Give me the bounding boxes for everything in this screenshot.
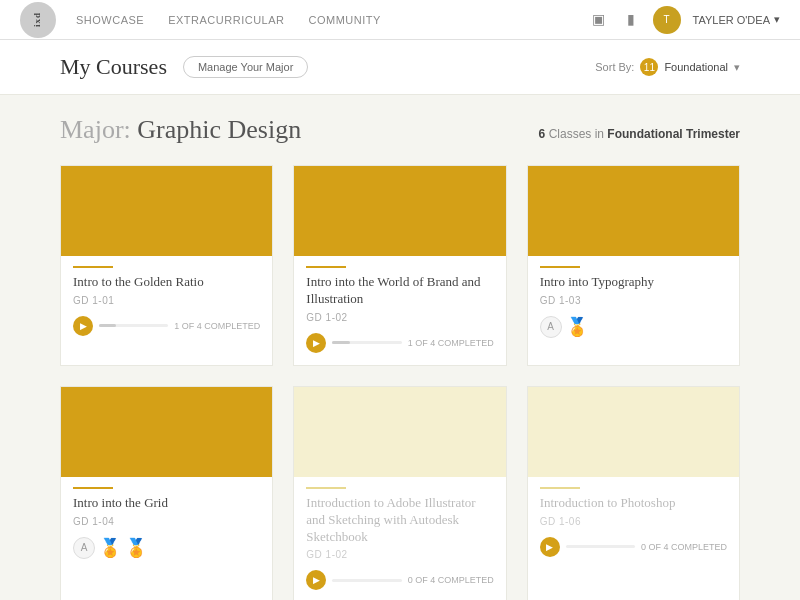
progress-icon: ▶ <box>73 316 93 336</box>
course-card[interactable]: Intro into TypographyGD 1-03A🏅 <box>527 165 740 366</box>
sort-chevron-icon: ▾ <box>734 61 740 74</box>
grade-badge: A <box>73 537 95 559</box>
progress-icon: ▶ <box>306 333 326 353</box>
course-code: GD 1-02 <box>306 549 493 560</box>
main-content: Major: Graphic Design 6 Classes in Found… <box>0 95 800 600</box>
logo-text: ixd <box>33 12 42 27</box>
grade-badge: A <box>540 316 562 338</box>
course-name: Intro into the Grid <box>73 495 260 512</box>
course-divider <box>73 487 113 489</box>
course-thumbnail <box>61 166 272 256</box>
nav-links: SHOWCASE EXTRACURRICULAR COMMUNITY <box>76 14 381 26</box>
progress-bar <box>99 324 168 327</box>
course-name: Intro into Typography <box>540 274 727 291</box>
sort-label: Sort By: <box>595 61 634 73</box>
course-divider <box>73 266 113 268</box>
course-code: GD 1-02 <box>306 312 493 323</box>
course-name: Introduction to Photoshop <box>540 495 727 512</box>
page-header: My Courses Manage Your Major Sort By: 11… <box>0 40 800 95</box>
course-grid: Intro to the Golden RatioGD 1-01▶1 OF 4 … <box>60 165 740 600</box>
badge-row: A🏅 <box>540 316 727 338</box>
course-name: Introduction to Adobe Illustrator and Sk… <box>306 495 493 546</box>
trimester-label: Foundational Trimester <box>607 127 740 141</box>
progress-text: 0 OF 4 COMPLETED <box>408 575 494 585</box>
course-footer: ▶0 OF 4 COMPLETED <box>306 570 493 590</box>
course-code: GD 1-04 <box>73 516 260 527</box>
course-code: GD 1-03 <box>540 295 727 306</box>
classes-info: 6 Classes in Foundational Trimester <box>539 127 740 141</box>
classes-in-label: Classes in <box>549 127 608 141</box>
course-name: Intro into the World of Brand and Illust… <box>306 274 493 308</box>
nav-extracurricular[interactable]: EXTRACURRICULAR <box>168 14 284 26</box>
major-header: Major: Graphic Design 6 Classes in Found… <box>60 115 740 145</box>
progress-text: 1 OF 4 COMPLETED <box>408 338 494 348</box>
course-thumbnail <box>528 166 739 256</box>
course-name: Intro to the Golden Ratio <box>73 274 260 291</box>
progress-icon: ▶ <box>540 537 560 557</box>
message-icon[interactable]: ▣ <box>589 10 609 30</box>
course-divider <box>306 487 346 489</box>
major-title: Major: Graphic Design <box>60 115 301 145</box>
major-label: Major: <box>60 115 131 144</box>
course-divider <box>306 266 346 268</box>
major-name: Graphic Design <box>137 115 301 144</box>
course-card[interactable]: Intro into the World of Brand and Illust… <box>293 165 506 366</box>
navbar: ixd SHOWCASE EXTRACURRICULAR COMMUNITY ▣… <box>0 0 800 40</box>
progress-text: 0 OF 4 COMPLETED <box>641 542 727 552</box>
medal-badge: 🏅 <box>125 537 147 559</box>
nav-showcase[interactable]: SHOWCASE <box>76 14 144 26</box>
badge-row: A🏅🏅 <box>73 537 260 559</box>
manage-major-button[interactable]: Manage Your Major <box>183 56 308 78</box>
course-card[interactable]: Intro into the GridGD 1-04A🏅🏅 <box>60 386 273 600</box>
sort-by: Sort By: 11 Foundational ▾ <box>595 58 740 76</box>
course-footer: ▶1 OF 4 COMPLETED <box>306 333 493 353</box>
progress-icon: ▶ <box>306 570 326 590</box>
sort-value[interactable]: Foundational <box>664 61 728 73</box>
course-card[interactable]: Introduction to Adobe Illustrator and Sk… <box>293 386 506 600</box>
avatar: T <box>653 6 681 34</box>
nav-right: ▣ ▮ T TAYLER O'DEA ▾ <box>589 6 781 34</box>
course-thumbnail <box>528 387 739 477</box>
chevron-down-icon: ▾ <box>774 13 780 26</box>
sort-count-badge: 11 <box>640 58 658 76</box>
progress-bar <box>566 545 635 548</box>
course-code: GD 1-06 <box>540 516 727 527</box>
nav-community[interactable]: COMMUNITY <box>308 14 380 26</box>
user-name: TAYLER O'DEA <box>693 14 771 26</box>
course-code: GD 1-01 <box>73 295 260 306</box>
course-thumbnail <box>294 387 505 477</box>
classes-count: 6 <box>539 127 546 141</box>
course-card[interactable]: Introduction to PhotoshopGD 1-06▶0 OF 4 … <box>527 386 740 600</box>
progress-bar <box>332 341 401 344</box>
notifications-icon[interactable]: ▮ <box>621 10 641 30</box>
user-menu[interactable]: TAYLER O'DEA ▾ <box>693 13 781 26</box>
course-footer: ▶0 OF 4 COMPLETED <box>540 537 727 557</box>
course-footer: ▶1 OF 4 COMPLETED <box>73 316 260 336</box>
course-divider <box>540 266 580 268</box>
course-divider <box>540 487 580 489</box>
course-thumbnail <box>294 166 505 256</box>
progress-bar <box>332 579 401 582</box>
course-card[interactable]: Intro to the Golden RatioGD 1-01▶1 OF 4 … <box>60 165 273 366</box>
medal-badge: 🏅 <box>566 316 588 338</box>
progress-text: 1 OF 4 COMPLETED <box>174 321 260 331</box>
logo[interactable]: ixd <box>20 2 56 38</box>
page-header-left: My Courses Manage Your Major <box>60 54 308 80</box>
medal-badge: 🏅 <box>99 537 121 559</box>
page-title: My Courses <box>60 54 167 80</box>
course-thumbnail <box>61 387 272 477</box>
